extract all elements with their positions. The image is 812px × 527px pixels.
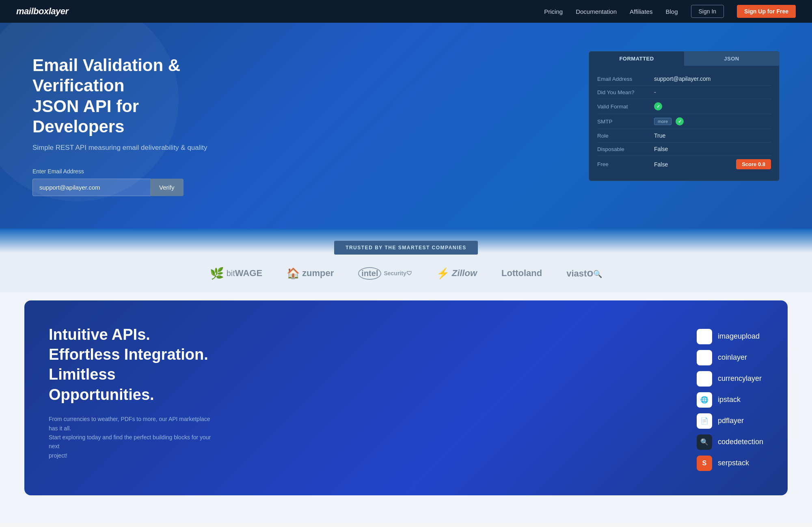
table-row: SMTP more ✓	[597, 114, 771, 129]
trusted-banner: TRUSTED BY THE SMARTEST COMPANIES	[0, 229, 812, 255]
row-label: Email Address	[597, 76, 654, 82]
nav-documentation[interactable]: Documentation	[576, 8, 617, 15]
verify-button[interactable]: Verify	[150, 179, 184, 196]
logos-strip: 🌿 bitWAGE 🏠 zumper intel Security🛡 ⚡ Zil…	[0, 255, 812, 292]
list-item: 🖼 imageupload	[697, 329, 763, 344]
result-tabs: FORMATTED JSON	[589, 52, 779, 66]
email-input[interactable]	[32, 179, 150, 196]
api-name: imageupload	[718, 332, 760, 341]
row-label: Role	[597, 133, 654, 139]
row-value: support@apilayer.com	[654, 76, 711, 82]
logo-lottoland: Lottoland	[501, 268, 542, 279]
bottom-left: Intuitive APIs.Effortless Integration.Li…	[49, 325, 219, 460]
api-name: serpstack	[718, 459, 749, 467]
row-value: False	[654, 161, 668, 168]
table-row: Free False Score 0.8	[597, 156, 771, 173]
list-item: ₿ coinlayer	[697, 350, 763, 365]
serpstack-icon: S	[697, 456, 712, 471]
signup-button[interactable]: Sign Up for Free	[737, 5, 796, 18]
row-label: Did You Mean?	[597, 89, 654, 95]
bottom-wrapper: Intuitive APIs.Effortless Integration.Li…	[0, 292, 812, 524]
table-row: Did You Mean? -	[597, 86, 771, 99]
pdflayer-icon: 📄	[697, 413, 712, 429]
row-value: False	[654, 146, 668, 152]
api-name: currencylayer	[718, 374, 762, 383]
imageupload-icon: 🖼	[697, 329, 712, 344]
bottom-section: Intuitive APIs.Effortless Integration.Li…	[24, 300, 788, 495]
check-icon: ✓	[676, 117, 684, 125]
list-item: S serpstack	[697, 456, 763, 471]
nav-blog[interactable]: Blog	[665, 8, 678, 15]
trusted-section: TRUSTED BY THE SMARTEST COMPANIES 🌿 bitW…	[0, 229, 812, 292]
result-card: FORMATTED JSON Email Address support@api…	[589, 51, 780, 181]
result-body: Email Address support@apilayer.com Did Y…	[589, 66, 779, 181]
zumper-icon: 🏠	[287, 267, 300, 280]
logo-viasto: viasto🔍	[566, 268, 602, 279]
signin-button[interactable]: Sign In	[691, 5, 724, 18]
navbar: mailboxlayer Pricing Documentation Affil…	[0, 0, 812, 23]
row-value: True	[654, 132, 665, 139]
hero-title: Email Validation & VerificationJSON API …	[32, 55, 235, 137]
bitwage-icon: 🌿	[210, 267, 224, 280]
hero-left: Email Validation & VerificationJSON API …	[32, 47, 235, 196]
zillow-icon: ⚡	[436, 267, 449, 280]
more-badge[interactable]: more	[654, 118, 672, 125]
list-item: 🔍 codedetection	[697, 434, 763, 450]
api-name: codedetection	[718, 438, 763, 446]
logo-zumper: 🏠 zumper	[287, 267, 334, 280]
row-label: Disposable	[597, 146, 654, 152]
email-input-label: Enter Email Address	[32, 168, 235, 175]
table-row: Role True	[597, 129, 771, 143]
logo-bitwage: 🌿 bitWAGE	[210, 267, 262, 280]
bottom-right: 🖼 imageupload ₿ coinlayer ⊕ currencylaye…	[697, 325, 763, 471]
list-item: ⊕ currencylayer	[697, 371, 763, 387]
table-row: Disposable False	[597, 143, 771, 156]
score-badge: Score 0.8	[736, 159, 771, 169]
table-row: Email Address support@apilayer.com	[597, 72, 771, 86]
logo-intel: intel Security🛡	[358, 267, 412, 280]
bottom-title: Intuitive APIs.Effortless Integration.Li…	[49, 325, 219, 405]
table-row: Valid Format ✓	[597, 99, 771, 114]
trusted-badge-label: TRUSTED BY THE SMARTEST COMPANIES	[334, 241, 478, 255]
api-name: coinlayer	[718, 353, 747, 362]
list-item: 🌐 ipstack	[697, 392, 763, 408]
site-logo: mailboxlayer	[16, 6, 69, 17]
tab-formatted[interactable]: FORMATTED	[589, 52, 684, 66]
row-value: -	[654, 89, 656, 95]
api-name: ipstack	[718, 395, 741, 404]
bottom-description: From currencies to weather, PDFs to more…	[49, 415, 219, 460]
row-label: Valid Format	[597, 104, 654, 110]
row-label: SMTP	[597, 119, 654, 125]
hero-section: Email Validation & VerificationJSON API …	[0, 23, 812, 229]
currencylayer-icon: ⊕	[697, 371, 712, 387]
check-icon: ✓	[654, 102, 662, 110]
row-label: Free	[597, 161, 654, 167]
api-name: pdflayer	[718, 417, 744, 425]
codedetection-icon: 🔍	[697, 434, 712, 450]
logo-zillow: ⚡ Zillow	[436, 267, 477, 280]
nav-links: Pricing Documentation Affiliates Blog Si…	[544, 5, 796, 18]
ipstack-icon: 🌐	[697, 392, 712, 408]
hero-input-row: Verify	[32, 179, 235, 196]
tab-json[interactable]: JSON	[684, 52, 779, 66]
hero-subtitle: Simple REST API measuring email delivera…	[32, 144, 235, 152]
list-item: 📄 pdflayer	[697, 413, 763, 429]
nav-affiliates[interactable]: Affiliates	[630, 8, 652, 15]
coinlayer-icon: ₿	[697, 350, 712, 365]
nav-pricing[interactable]: Pricing	[544, 8, 563, 15]
